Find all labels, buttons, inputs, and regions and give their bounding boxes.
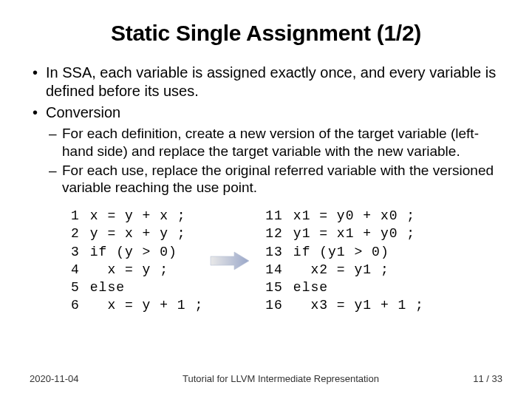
- page-sep: /: [484, 373, 492, 384]
- bullet-level2: For each use, replace the original refer…: [30, 162, 502, 197]
- code-source-left: x = y + x ; y = x + y ; if (y > 0) x = y…: [90, 207, 203, 315]
- line-numbers-left: 1 2 3 4 5 6: [71, 207, 80, 315]
- bullet-level1: Conversion: [30, 103, 502, 122]
- code-source-right: x1 = y0 + x0 ; y1 = x1 + y0 ; if (y1 > 0…: [293, 207, 424, 315]
- code-comparison: 1 2 3 4 5 6 x = y + x ; y = x + y ; if (…: [30, 207, 502, 315]
- bullet-list: In SSA, each variable is assigned exactl…: [30, 64, 502, 197]
- arrow-right-icon: [208, 250, 252, 272]
- bullet-level1: In SSA, each variable is assigned exactl…: [30, 64, 502, 100]
- page-current: 11: [473, 373, 483, 384]
- line-numbers-right: 11 12 13 14 15 16: [265, 207, 283, 315]
- code-left: 1 2 3 4 5 6 x = y + x ; y = x + y ; if (…: [71, 207, 203, 315]
- svg-marker-0: [211, 252, 249, 270]
- code-right: 11 12 13 14 15 16 x1 = y0 + x0 ; y1 = x1…: [265, 207, 424, 315]
- slide: Static Single Assignment (1/2) In SSA, e…: [0, 0, 532, 399]
- footer-date: 2020-11-04: [30, 373, 118, 384]
- bullet-level2: For each definition, create a new versio…: [30, 125, 502, 160]
- footer-title: Tutorial for LLVM Intermediate Represent…: [118, 373, 443, 384]
- page-total: 33: [492, 373, 502, 384]
- footer-page: 11 / 33: [443, 373, 502, 384]
- slide-title: Static Single Assignment (1/2): [30, 21, 502, 46]
- slide-footer: 2020-11-04 Tutorial for LLVM Intermediat…: [0, 373, 532, 384]
